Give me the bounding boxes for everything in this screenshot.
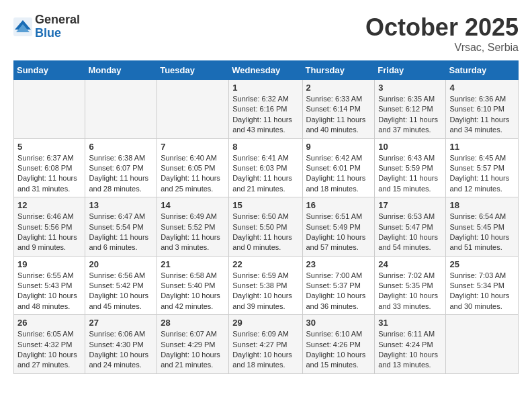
day-number: 23 <box>306 259 371 269</box>
day-number: 16 <box>306 200 371 210</box>
header-row: SundayMondayTuesdayWednesdayThursdayFrid… <box>14 61 519 80</box>
calendar-cell: 17Sunrise: 6:53 AMSunset: 5:47 PMDayligh… <box>375 197 446 257</box>
calendar-cell: 24Sunrise: 7:02 AMSunset: 5:35 PMDayligh… <box>375 256 446 315</box>
day-number: 19 <box>17 259 81 269</box>
sunrise-text: Sunrise: 7:02 AMSunset: 5:35 PMDaylight:… <box>378 271 438 310</box>
calendar-cell: 29Sunrise: 6:09 AMSunset: 4:27 PMDayligh… <box>229 315 302 374</box>
calendar-cell: 2Sunrise: 6:33 AMSunset: 6:14 PMDaylight… <box>302 80 375 139</box>
sunrise-text: Sunrise: 6:10 AMSunset: 4:26 PMDaylight:… <box>306 330 366 369</box>
day-number: 29 <box>232 318 298 328</box>
sunrise-text: Sunrise: 6:32 AMSunset: 6:16 PMDaylight:… <box>232 95 292 134</box>
calendar-cell: 16Sunrise: 6:51 AMSunset: 5:49 PMDayligh… <box>302 197 375 257</box>
day-number: 3 <box>378 83 442 93</box>
day-number: 7 <box>161 142 225 152</box>
calendar-cell: 18Sunrise: 6:54 AMSunset: 5:45 PMDayligh… <box>446 197 519 257</box>
calendar-cell: 14Sunrise: 6:49 AMSunset: 5:52 PMDayligh… <box>157 197 229 257</box>
sunrise-text: Sunrise: 6:47 AMSunset: 5:54 PMDaylight:… <box>89 212 148 251</box>
calendar-cell: 22Sunrise: 6:59 AMSunset: 5:38 PMDayligh… <box>229 256 302 315</box>
sunrise-text: Sunrise: 6:58 AMSunset: 5:40 PMDaylight:… <box>161 271 220 310</box>
calendar-week-row: 1Sunrise: 6:32 AMSunset: 6:16 PMDaylight… <box>14 80 519 139</box>
logo-text: General Blue <box>35 13 80 40</box>
day-number: 15 <box>232 200 298 210</box>
sunrise-text: Sunrise: 6:36 AMSunset: 6:10 PMDaylight:… <box>449 95 509 134</box>
logo-blue: Blue <box>35 27 80 40</box>
header-day: Wednesday <box>229 61 302 80</box>
sunrise-text: Sunrise: 6:35 AMSunset: 6:12 PMDaylight:… <box>378 95 438 134</box>
day-number: 25 <box>449 259 515 269</box>
sunrise-text: Sunrise: 6:38 AMSunset: 6:07 PMDaylight:… <box>89 154 148 193</box>
calendar-cell: 26Sunrise: 6:05 AMSunset: 4:32 PMDayligh… <box>14 315 85 374</box>
day-number: 6 <box>89 142 153 152</box>
calendar-cell: 13Sunrise: 6:47 AMSunset: 5:54 PMDayligh… <box>85 197 157 257</box>
sunrise-text: Sunrise: 6:43 AMSunset: 5:59 PMDaylight:… <box>378 154 438 193</box>
sunrise-text: Sunrise: 6:33 AMSunset: 6:14 PMDaylight:… <box>306 95 366 134</box>
sunrise-text: Sunrise: 6:53 AMSunset: 5:47 PMDaylight:… <box>378 212 438 251</box>
calendar-cell: 7Sunrise: 6:40 AMSunset: 6:05 PMDaylight… <box>157 138 229 197</box>
calendar-cell: 6Sunrise: 6:38 AMSunset: 6:07 PMDaylight… <box>85 138 157 197</box>
calendar-cell <box>446 315 519 374</box>
calendar-table: SundayMondayTuesdayWednesdayThursdayFrid… <box>13 60 519 374</box>
calendar-cell: 1Sunrise: 6:32 AMSunset: 6:16 PMDaylight… <box>229 80 302 139</box>
sunrise-text: Sunrise: 6:37 AMSunset: 6:08 PMDaylight:… <box>17 154 77 193</box>
day-number: 26 <box>17 318 81 328</box>
day-number: 9 <box>306 142 371 152</box>
calendar-cell: 12Sunrise: 6:46 AMSunset: 5:56 PMDayligh… <box>14 197 85 257</box>
calendar-cell: 8Sunrise: 6:41 AMSunset: 6:03 PMDaylight… <box>229 138 302 197</box>
sunrise-text: Sunrise: 7:03 AMSunset: 5:34 PMDaylight:… <box>449 271 509 310</box>
day-number: 22 <box>232 259 298 269</box>
calendar-cell: 31Sunrise: 6:11 AMSunset: 4:24 PMDayligh… <box>375 315 446 374</box>
calendar-cell: 3Sunrise: 6:35 AMSunset: 6:12 PMDaylight… <box>375 80 446 139</box>
day-number: 18 <box>449 200 515 210</box>
day-number: 13 <box>89 200 153 210</box>
sunrise-text: Sunrise: 6:51 AMSunset: 5:49 PMDaylight:… <box>306 212 366 251</box>
sunrise-text: Sunrise: 6:07 AMSunset: 4:29 PMDaylight:… <box>161 330 220 369</box>
day-number: 8 <box>232 142 298 152</box>
day-number: 11 <box>449 142 515 152</box>
logo-icon <box>13 17 32 36</box>
page-header: General Blue October 2025 Vrsac, Serbia <box>13 13 519 54</box>
sunrise-text: Sunrise: 6:56 AMSunset: 5:42 PMDaylight:… <box>89 271 148 310</box>
title-block: October 2025 Vrsac, Serbia <box>365 13 519 54</box>
sunrise-text: Sunrise: 6:06 AMSunset: 4:30 PMDaylight:… <box>89 330 148 369</box>
month-title: October 2025 <box>365 13 519 42</box>
day-number: 5 <box>17 142 81 152</box>
day-number: 24 <box>378 259 442 269</box>
day-number: 27 <box>89 318 153 328</box>
calendar-cell: 19Sunrise: 6:55 AMSunset: 5:43 PMDayligh… <box>14 256 85 315</box>
calendar-cell: 21Sunrise: 6:58 AMSunset: 5:40 PMDayligh… <box>157 256 229 315</box>
sunrise-text: Sunrise: 6:46 AMSunset: 5:56 PMDaylight:… <box>17 212 77 251</box>
sunrise-text: Sunrise: 6:59 AMSunset: 5:38 PMDaylight:… <box>232 271 292 310</box>
sunrise-text: Sunrise: 6:41 AMSunset: 6:03 PMDaylight:… <box>232 154 292 193</box>
day-number: 17 <box>378 200 442 210</box>
header-day: Friday <box>375 61 446 80</box>
calendar-cell: 9Sunrise: 6:42 AMSunset: 6:01 PMDaylight… <box>302 138 375 197</box>
calendar-cell <box>85 80 157 139</box>
header-day: Tuesday <box>157 61 229 80</box>
day-number: 28 <box>161 318 225 328</box>
header-day: Sunday <box>14 61 85 80</box>
calendar-cell: 25Sunrise: 7:03 AMSunset: 5:34 PMDayligh… <box>446 256 519 315</box>
sunrise-text: Sunrise: 7:00 AMSunset: 5:37 PMDaylight:… <box>306 271 366 310</box>
calendar-cell <box>14 80 85 139</box>
calendar-week-row: 26Sunrise: 6:05 AMSunset: 4:32 PMDayligh… <box>14 315 519 374</box>
day-number: 31 <box>378 318 442 328</box>
calendar-cell <box>157 80 229 139</box>
logo-general: General <box>35 13 80 27</box>
header-day: Saturday <box>446 61 519 80</box>
sunrise-text: Sunrise: 6:05 AMSunset: 4:32 PMDaylight:… <box>17 330 77 369</box>
calendar-cell: 23Sunrise: 7:00 AMSunset: 5:37 PMDayligh… <box>302 256 375 315</box>
calendar-cell: 15Sunrise: 6:50 AMSunset: 5:50 PMDayligh… <box>229 197 302 257</box>
sunrise-text: Sunrise: 6:50 AMSunset: 5:50 PMDaylight:… <box>232 212 292 251</box>
sunrise-text: Sunrise: 6:40 AMSunset: 6:05 PMDaylight:… <box>161 154 220 193</box>
calendar-cell: 5Sunrise: 6:37 AMSunset: 6:08 PMDaylight… <box>14 138 85 197</box>
calendar-week-row: 12Sunrise: 6:46 AMSunset: 5:56 PMDayligh… <box>14 197 519 257</box>
calendar-cell: 28Sunrise: 6:07 AMSunset: 4:29 PMDayligh… <box>157 315 229 374</box>
day-number: 12 <box>17 200 81 210</box>
sunrise-text: Sunrise: 6:11 AMSunset: 4:24 PMDaylight:… <box>378 330 438 369</box>
calendar-cell: 30Sunrise: 6:10 AMSunset: 4:26 PMDayligh… <box>302 315 375 374</box>
calendar-cell: 10Sunrise: 6:43 AMSunset: 5:59 PMDayligh… <box>375 138 446 197</box>
day-number: 1 <box>232 83 298 93</box>
day-number: 4 <box>449 83 515 93</box>
day-number: 20 <box>89 259 153 269</box>
sunrise-text: Sunrise: 6:55 AMSunset: 5:43 PMDaylight:… <box>17 271 77 310</box>
